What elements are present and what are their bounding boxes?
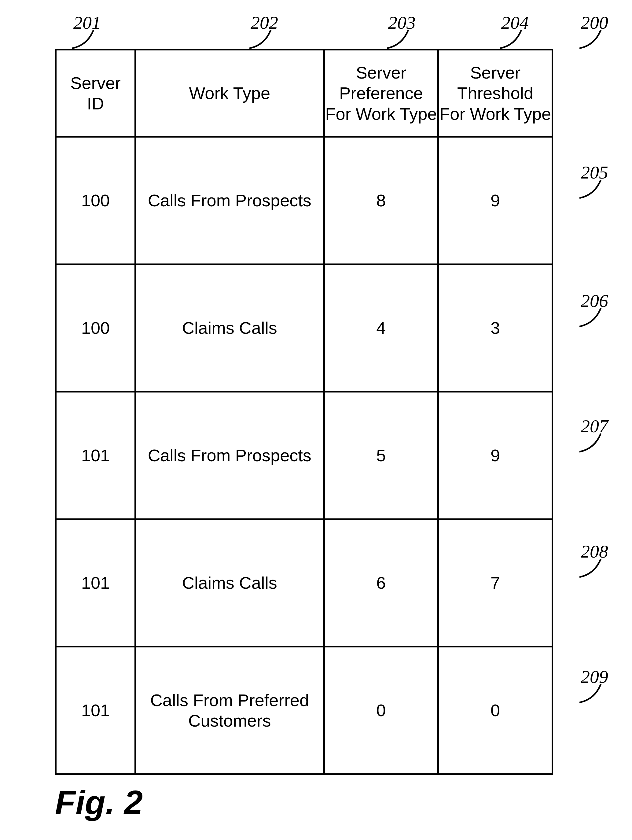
leader-line bbox=[580, 180, 607, 201]
cell-server-id: 100 bbox=[56, 137, 136, 264]
leader-line bbox=[580, 559, 607, 580]
row-ref-206: 206 bbox=[581, 291, 608, 311]
cell-preference: 8 bbox=[324, 137, 438, 264]
leader-line bbox=[580, 30, 607, 51]
cell-server-id: 101 bbox=[56, 392, 136, 519]
cell-threshold: 9 bbox=[438, 137, 553, 264]
cell-preference: 4 bbox=[324, 264, 438, 392]
cell-threshold: 7 bbox=[438, 519, 553, 647]
leader-line bbox=[500, 30, 528, 51]
table-row: 101 Claims Calls 6 7 bbox=[56, 519, 553, 647]
figure-caption: Fig. 2 bbox=[55, 783, 143, 822]
cell-work-type: Claims Calls bbox=[136, 519, 324, 647]
col-header-preference: Server PreferenceFor Work Type bbox=[324, 50, 438, 137]
cell-preference: 6 bbox=[324, 519, 438, 647]
column-ref-203: 203 bbox=[388, 12, 416, 33]
cell-server-id: 100 bbox=[56, 264, 136, 392]
table-row: 100 Calls From Prospects 8 9 bbox=[56, 137, 553, 264]
cell-work-type: Calls From Prospects bbox=[136, 392, 324, 519]
col-header-threshold: Server ThresholdFor Work Type bbox=[438, 50, 553, 137]
table-row: 101 Calls From PreferredCustomers 0 0 bbox=[56, 647, 553, 774]
leader-line bbox=[72, 30, 99, 51]
cell-work-type: Calls From PreferredCustomers bbox=[136, 647, 324, 774]
row-ref-205: 205 bbox=[581, 162, 608, 183]
table-wrapper: 201 202 203 204 200 bbox=[55, 49, 553, 775]
table-row: 101 Calls From Prospects 5 9 bbox=[56, 392, 553, 519]
leader-line bbox=[580, 308, 607, 330]
col-header-server-id: ServerID bbox=[56, 50, 136, 137]
table-ref-200: 200 bbox=[581, 12, 608, 33]
cell-threshold: 3 bbox=[438, 264, 553, 392]
cell-server-id: 101 bbox=[56, 647, 136, 774]
table-row: 100 Claims Calls 4 3 bbox=[56, 264, 553, 392]
cell-threshold: 9 bbox=[438, 392, 553, 519]
table-header-row: ServerID Work Type Server PreferenceFor … bbox=[56, 50, 553, 137]
row-ref-208: 208 bbox=[581, 541, 608, 562]
server-work-table: ServerID Work Type Server PreferenceFor … bbox=[55, 49, 553, 775]
cell-work-type: Calls From Prospects bbox=[136, 137, 324, 264]
row-ref-209: 209 bbox=[581, 666, 608, 687]
cell-preference: 0 bbox=[324, 647, 438, 774]
leader-line bbox=[580, 433, 607, 455]
cell-preference: 5 bbox=[324, 392, 438, 519]
col-header-work-type: Work Type bbox=[136, 50, 324, 137]
cell-threshold: 0 bbox=[438, 647, 553, 774]
cell-work-type: Claims Calls bbox=[136, 264, 324, 392]
leader-line bbox=[387, 30, 415, 51]
leader-line bbox=[580, 684, 607, 706]
row-ref-207: 207 bbox=[581, 416, 608, 437]
column-ref-204: 204 bbox=[501, 12, 529, 33]
cell-server-id: 101 bbox=[56, 519, 136, 647]
column-ref-202: 202 bbox=[251, 12, 278, 33]
leader-line bbox=[249, 30, 277, 51]
column-ref-201: 201 bbox=[73, 12, 101, 33]
